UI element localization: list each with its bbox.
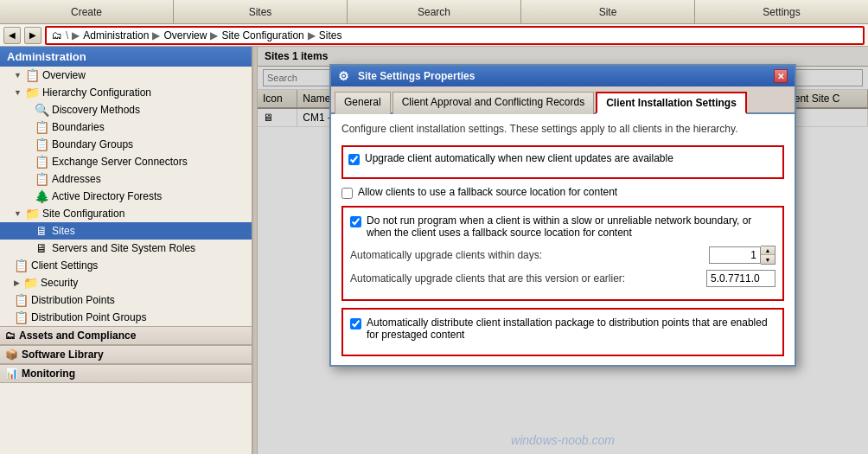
allow-fallback-row: Allow clients to use a fallback source l… bbox=[341, 186, 784, 199]
toolbar-create[interactable]: Create bbox=[0, 0, 174, 23]
toolbar-create-label: Create bbox=[71, 6, 102, 18]
inner-checkbox[interactable] bbox=[350, 216, 361, 227]
breadcrumb-icon: 🗂 bbox=[52, 29, 62, 42]
forward-button[interactable]: ▶ bbox=[24, 27, 41, 44]
toolbar-search[interactable]: Search bbox=[348, 0, 521, 23]
inner-checkbox-label: Do not run program when a client is with… bbox=[367, 214, 775, 239]
sidebar-item-overview[interactable]: ▼ 📋 Overview bbox=[0, 67, 252, 84]
sidebar-section-monitoring[interactable]: 📊 Monitoring bbox=[0, 364, 252, 383]
dist-points-icon: 📋 bbox=[14, 293, 28, 307]
discovery-icon: 🔍 bbox=[35, 103, 48, 117]
sidebar-item-boundaries[interactable]: 📋 Boundaries bbox=[0, 118, 252, 136]
dialog-description: Configure client installation settings. … bbox=[341, 123, 784, 135]
sidebar-item-servers-roles[interactable]: 🖥 Servers and Site System Roles bbox=[0, 240, 252, 257]
sidebar-item-distribution-points[interactable]: 📋 Distribution Points bbox=[0, 291, 252, 309]
field1-label: Automatically upgrade clients within day… bbox=[350, 249, 702, 261]
sidebar: Administration ▼ 📋 Overview ▼ 📁 Hierarch… bbox=[0, 47, 252, 454]
tab-general[interactable]: General bbox=[335, 92, 391, 114]
sidebar-item-discovery[interactable]: 🔍 Discovery Methods bbox=[0, 101, 252, 118]
main-layout: Administration ▼ 📋 Overview ▼ 📁 Hierarch… bbox=[0, 47, 868, 454]
dialog-close-button[interactable]: ✕ bbox=[774, 69, 788, 83]
bottom-checkbox-row: Automatically distribute client installa… bbox=[350, 317, 775, 341]
dialog-overlay: ⚙ Site Settings Properties ✕ General Cli… bbox=[258, 47, 868, 454]
dialog-titlebar: ⚙ Site Settings Properties ✕ bbox=[331, 66, 795, 86]
assets-section-label: Assets and Compliance bbox=[19, 329, 136, 342]
breadcrumb-siteconfig[interactable]: Site Configuration bbox=[221, 29, 303, 42]
breadcrumb: 🗂 \ ▶ Administration ▶ Overview ▶ Site C… bbox=[45, 26, 865, 45]
sidebar-item-security[interactable]: ▶ 📁 Security bbox=[0, 274, 252, 291]
spinner-down-button[interactable]: ▼ bbox=[761, 255, 775, 264]
spinner-group: ▲ ▼ bbox=[709, 246, 775, 265]
upgrade-client-checkbox[interactable] bbox=[348, 154, 360, 165]
sites-icon: 🖥 bbox=[35, 224, 48, 238]
sidebar-item-label: Site Configuration bbox=[42, 208, 124, 220]
sidebar-item-boundary-groups[interactable]: 📋 Boundary Groups bbox=[0, 136, 252, 153]
software-section-label: Software Library bbox=[22, 348, 104, 361]
tab-client-approval-label: Client Approval and Conflicting Records bbox=[402, 96, 584, 108]
version-input[interactable] bbox=[706, 270, 775, 287]
tab-client-installation-label: Client Installation Settings bbox=[606, 97, 737, 109]
breadcrumb-overview[interactable]: Overview bbox=[163, 29, 207, 42]
distribute-package-label: Automatically distribute client installa… bbox=[367, 317, 775, 341]
sidebar-title: Administration bbox=[0, 47, 252, 67]
dialog-body: Configure client installation settings. … bbox=[331, 114, 795, 365]
dialog-title-icon: ⚙ bbox=[338, 69, 349, 83]
servers-icon: 🖥 bbox=[35, 241, 48, 255]
tab-client-installation[interactable]: Client Installation Settings bbox=[596, 92, 747, 114]
tab-client-approval[interactable]: Client Approval and Conflicting Records bbox=[393, 92, 594, 114]
breadcrumb-admin[interactable]: Administration bbox=[83, 29, 149, 42]
breadcrumb-sep-4: ▶ bbox=[308, 29, 316, 42]
folder-icon: 📁 bbox=[25, 86, 39, 99]
sidebar-item-addresses[interactable]: 📋 Addresses bbox=[0, 170, 252, 188]
sidebar-item-hierarchy-config[interactable]: ▼ 📁 Hierarchy Configuration bbox=[0, 84, 252, 101]
toolbar-site[interactable]: Site bbox=[521, 0, 695, 23]
monitoring-section-label: Monitoring bbox=[22, 368, 75, 380]
sidebar-item-label: Overview bbox=[42, 69, 86, 81]
addresses-icon: 📋 bbox=[35, 172, 48, 186]
sidebar-item-label: Exchange Server Connectors bbox=[52, 156, 188, 168]
dialog-title: Site Settings Properties bbox=[358, 70, 475, 82]
toolbar-settings[interactable]: Settings bbox=[695, 0, 868, 23]
tab-general-label: General bbox=[344, 96, 381, 108]
toolbar-sites-label: Sites bbox=[249, 6, 272, 18]
sidebar-item-distribution-point-groups[interactable]: 📋 Distribution Point Groups bbox=[0, 309, 252, 326]
ad-forests-icon: 🌲 bbox=[35, 189, 48, 203]
allow-fallback-checkbox[interactable] bbox=[341, 188, 353, 199]
expand-icon: ▼ bbox=[14, 71, 22, 80]
sidebar-item-label: Sites bbox=[52, 225, 75, 237]
dialog: ⚙ Site Settings Properties ✕ General Cli… bbox=[329, 64, 796, 367]
boundary-groups-icon: 📋 bbox=[35, 137, 48, 151]
sidebar-item-ad-forests[interactable]: 🌲 Active Directory Forests bbox=[0, 188, 252, 205]
breadcrumb-sep-2: ▶ bbox=[152, 29, 160, 42]
security-icon: 📁 bbox=[23, 276, 37, 290]
breadcrumb-sites[interactable]: Sites bbox=[319, 29, 342, 42]
sidebar-item-label: Servers and Site System Roles bbox=[52, 242, 195, 254]
sidebar-item-label: Discovery Methods bbox=[52, 104, 140, 116]
spinner-up-button[interactable]: ▲ bbox=[761, 246, 775, 255]
bottom-highlight-box: Automatically distribute client installa… bbox=[341, 308, 784, 356]
upgrade-client-row: Upgrade client automatically when new cl… bbox=[348, 152, 777, 165]
sidebar-item-label: Addresses bbox=[52, 173, 101, 185]
sidebar-item-exchange-connectors[interactable]: 📋 Exchange Server Connectors bbox=[0, 153, 252, 170]
sidebar-section-software[interactable]: 📦 Software Library bbox=[0, 345, 252, 364]
folder-icon: 📁 bbox=[25, 207, 39, 221]
sidebar-section-assets[interactable]: 🗂 Assets and Compliance bbox=[0, 326, 252, 345]
distribute-package-checkbox[interactable] bbox=[350, 318, 361, 329]
spinner-buttons: ▲ ▼ bbox=[761, 246, 775, 265]
back-button[interactable]: ◀ bbox=[3, 27, 21, 44]
navigation-bar: ◀ ▶ 🗂 \ ▶ Administration ▶ Overview ▶ Si… bbox=[0, 24, 868, 47]
toolbar-sites[interactable]: Sites bbox=[174, 0, 348, 23]
sidebar-item-site-config[interactable]: ▼ 📁 Site Configuration bbox=[0, 205, 252, 222]
expand-icon: ▶ bbox=[14, 278, 20, 287]
boundaries-icon: 📋 bbox=[35, 120, 48, 134]
dist-point-groups-icon: 📋 bbox=[14, 310, 28, 324]
content-area: Sites 1 items Icon Name Type Server Name… bbox=[258, 47, 868, 454]
sidebar-item-label: Active Directory Forests bbox=[52, 190, 162, 202]
sidebar-item-sites[interactable]: 🖥 Sites bbox=[0, 222, 252, 240]
upgrade-client-label: Upgrade client automatically when new cl… bbox=[365, 152, 673, 164]
sidebar-item-client-settings[interactable]: 📋 Client Settings bbox=[0, 257, 252, 274]
field2-label: Automatically upgrade clients that are t… bbox=[350, 272, 699, 285]
expand-icon: ▼ bbox=[14, 88, 22, 97]
sidebar-item-label: Boundaries bbox=[52, 121, 105, 133]
upgrade-days-input[interactable] bbox=[709, 246, 761, 264]
